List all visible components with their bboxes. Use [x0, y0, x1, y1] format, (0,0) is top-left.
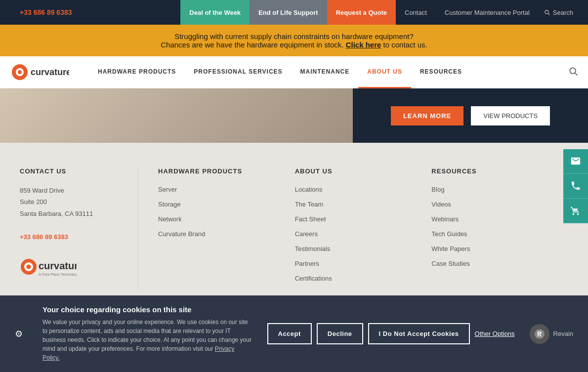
list-item: Network: [158, 214, 295, 223]
hw-storage-link[interactable]: Storage: [158, 201, 181, 208]
about-testimonials-link[interactable]: Testimonials: [295, 245, 331, 252]
list-item: Server: [158, 185, 295, 194]
hero-background-image: [0, 88, 353, 143]
resources-webinars-link[interactable]: Webinars: [431, 215, 459, 223]
resources-tech-guides-link[interactable]: Tech Guides: [431, 230, 467, 238]
nav-resources[interactable]: RESOURCES: [411, 56, 471, 88]
banner-text-line2: Chances are we have the hardware equipme…: [161, 41, 343, 49]
curvature-full-logo: curvature A Park Place Technologies Comp…: [20, 255, 77, 279]
curvature-logo[interactable]: curvature A Park Place Technologies Comp…: [20, 255, 123, 279]
list-item: Locations: [295, 185, 432, 194]
promo-banner: Struggling with current supply chain con…: [0, 25, 588, 56]
list-item: Fact Sheet: [295, 214, 432, 223]
list-item: White Papers: [431, 244, 568, 253]
list-item: Certifications: [295, 274, 432, 283]
footer-col-about: ABOUT US Locations The Team Fact Sheet C…: [295, 167, 432, 289]
nav-about-us[interactable]: ABOUT US: [358, 56, 411, 88]
svg-line-5: [575, 73, 578, 76]
list-item: Partners: [295, 259, 432, 268]
svg-text:A Park Place Technologies Comp: A Park Place Technologies Company: [39, 272, 77, 277]
main-nav: curvature HARDWARE PRODUCTS PROFESSIONAL…: [0, 56, 588, 88]
shopping-cart-icon: [570, 205, 581, 216]
floating-email-button[interactable]: [563, 149, 588, 174]
curvature-logo-icon: curvature A Park Place Technologies Comp…: [20, 255, 123, 279]
floating-cart-button[interactable]: [563, 199, 588, 223]
curvature-logo-svg: curvature: [10, 62, 69, 82]
contact-link[interactable]: Contact: [396, 0, 436, 25]
list-item: Case Studies: [431, 259, 568, 268]
hw-server-link[interactable]: Server: [158, 186, 177, 193]
hw-network-link[interactable]: Network: [158, 215, 182, 223]
floating-action-buttons: [563, 149, 588, 223]
footer-address-line3: Santa Barbara, CA 93111: [20, 210, 93, 217]
about-partners-link[interactable]: Partners: [295, 260, 319, 267]
hero-learn-more-button[interactable]: LEARN MORE: [391, 106, 463, 125]
site-logo[interactable]: curvature: [10, 62, 74, 82]
floating-phone-button[interactable]: [563, 174, 588, 199]
footer-about-list: Locations The Team Fact Sheet Careers Te…: [295, 185, 432, 283]
banner-line1: Struggling with current supply chain con…: [10, 32, 578, 41]
resources-videos-link[interactable]: Videos: [431, 201, 451, 208]
list-item: Tech Guides: [431, 229, 568, 238]
footer-phone[interactable]: +33 686 89 6383: [20, 233, 68, 241]
resources-case-studies-link[interactable]: Case Studies: [431, 260, 469, 267]
hero-area: LEARN MORE VIEW PRODUCTS: [0, 88, 588, 143]
maintenance-portal-link[interactable]: Customer Maintenance Portal: [436, 0, 539, 25]
about-careers-link[interactable]: Careers: [295, 230, 318, 238]
search-button[interactable]: Search: [539, 9, 578, 16]
nav-hardware-products[interactable]: HARDWARE PRODUCTS: [89, 56, 185, 88]
resources-blog-link[interactable]: Blog: [431, 186, 444, 193]
hero-cta-area: LEARN MORE VIEW PRODUCTS: [353, 88, 588, 143]
svg-point-4: [570, 68, 576, 74]
email-icon: [570, 156, 581, 166]
list-item: Careers: [295, 229, 432, 238]
svg-point-2: [18, 70, 22, 74]
footer-hw-list: Server Storage Network Curvature Brand: [158, 185, 295, 238]
list-item: Blog: [431, 185, 568, 194]
list-item: Webinars: [431, 214, 568, 223]
cookie-consent-bar: ⚙ Your choice regarding cookies on this …: [0, 295, 588, 303]
resources-white-papers-link[interactable]: White Papers: [431, 245, 470, 252]
footer-address-line2: Suite 200: [20, 198, 47, 206]
list-item: Storage: [158, 200, 295, 208]
about-team-link[interactable]: The Team: [295, 201, 324, 208]
eol-support-link[interactable]: End of Life Support: [250, 0, 327, 25]
nav-maintenance[interactable]: MAINTENANCE: [292, 56, 359, 88]
svg-text:curvature: curvature: [39, 260, 77, 271]
footer-logo-area: curvature A Park Place Technologies Comp…: [20, 255, 123, 279]
nav-professional-services[interactable]: PROFESSIONAL SERVICES: [185, 56, 291, 88]
footer-about-title: ABOUT US: [295, 167, 432, 175]
main-search-button[interactable]: [568, 66, 578, 78]
list-item: The Team: [295, 200, 432, 208]
main-search-icon: [568, 66, 578, 76]
footer: CONTACT US 859 Ward Drive Suite 200 Sant…: [0, 143, 588, 303]
hero-view-products-button[interactable]: VIEW PRODUCTS: [471, 106, 550, 125]
banner-click-here[interactable]: Click here: [346, 41, 381, 49]
footer-resources-title: RESOURCES: [431, 167, 568, 175]
list-item: Curvature Brand: [158, 229, 295, 238]
banner-text-before: Struggling with current supply chain con…: [174, 32, 414, 41]
main-nav-links: HARDWARE PRODUCTS PROFESSIONAL SERVICES …: [89, 56, 568, 88]
about-certifications-link[interactable]: Certifications: [295, 275, 332, 282]
footer-resources-list: Blog Videos Webinars Tech Guides White P…: [431, 185, 568, 268]
top-nav: +33 686 89 6383 Deal of the Week End of …: [0, 0, 588, 25]
phone-number[interactable]: +33 686 89 6383: [10, 8, 72, 16]
phone-icon: [570, 180, 581, 191]
list-item: Videos: [431, 200, 568, 208]
about-fact-sheet-link[interactable]: Fact Sheet: [295, 215, 326, 223]
footer-address-line1: 859 Ward Drive: [20, 187, 64, 194]
footer-address: 859 Ward Drive Suite 200 Santa Barbara, …: [20, 185, 123, 243]
banner-line2: Chances are we have the hardware equipme…: [10, 41, 578, 49]
svg-text:curvature: curvature: [31, 67, 69, 77]
list-item: Testimonials: [295, 244, 432, 253]
search-label: Search: [553, 9, 573, 16]
deal-of-week-link[interactable]: Deal of the Week: [180, 0, 250, 25]
hw-curvature-brand-link[interactable]: Curvature Brand: [158, 230, 205, 238]
search-icon: [544, 9, 550, 16]
footer-columns: HARDWARE PRODUCTS Server Storage Network…: [138, 167, 568, 289]
footer-col-hardware: HARDWARE PRODUCTS Server Storage Network…: [158, 167, 295, 289]
request-quote-link[interactable]: Request a Quote: [327, 0, 396, 25]
hero-image: [0, 88, 353, 143]
about-locations-link[interactable]: Locations: [295, 186, 323, 193]
footer-col-resources: RESOURCES Blog Videos Webinars Tech Guid…: [431, 167, 568, 289]
